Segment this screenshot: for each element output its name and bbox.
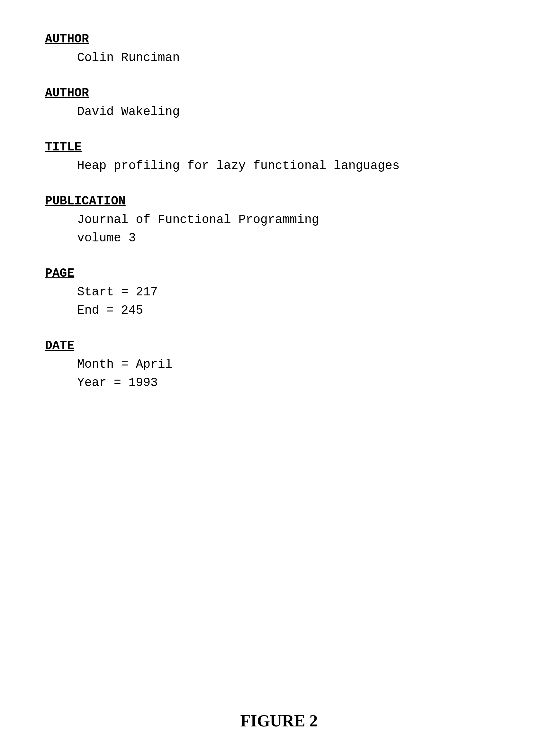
title-value: Heap profiling for lazy functional langu… bbox=[77, 156, 532, 175]
author1-block: AUTHOR Colin Runciman bbox=[45, 32, 532, 67]
page-block: PAGE Start = 217 End = 245 bbox=[45, 267, 532, 320]
page-end-value: End = 245 bbox=[77, 301, 532, 320]
title-block: TITLE Heap profiling for lazy functional… bbox=[45, 140, 532, 175]
date-year-value: Year = 1993 bbox=[77, 374, 532, 392]
author2-value: David Wakeling bbox=[77, 103, 532, 121]
content-area: AUTHOR Colin Runciman AUTHOR David Wakel… bbox=[45, 32, 532, 392]
date-block: DATE Month = April Year = 1993 bbox=[45, 339, 532, 392]
figure-caption: FIGURE 2 bbox=[0, 711, 558, 730]
title-label: TITLE bbox=[45, 140, 532, 154]
date-label: DATE bbox=[45, 339, 532, 353]
page-start-value: Start = 217 bbox=[77, 283, 532, 301]
author1-value: Colin Runciman bbox=[77, 49, 532, 67]
publication-value-line1: Journal of Functional Programming bbox=[77, 210, 532, 229]
date-month-value: Month = April bbox=[77, 355, 532, 374]
author1-label: AUTHOR bbox=[45, 32, 532, 46]
page-label: PAGE bbox=[45, 267, 532, 280]
page-container: AUTHOR Colin Runciman AUTHOR David Wakel… bbox=[0, 0, 558, 756]
author2-label: AUTHOR bbox=[45, 86, 532, 100]
author2-block: AUTHOR David Wakeling bbox=[45, 86, 532, 121]
publication-block: PUBLICATION Journal of Functional Progra… bbox=[45, 194, 532, 247]
publication-value-line2: volume 3 bbox=[77, 229, 532, 247]
publication-label: PUBLICATION bbox=[45, 194, 532, 208]
